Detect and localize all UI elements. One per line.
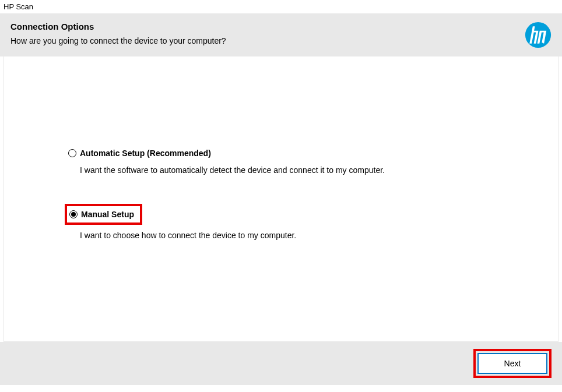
svg-point-0 bbox=[525, 22, 551, 48]
page-title: Connection Options bbox=[10, 22, 226, 31]
next-button[interactable]: Next bbox=[477, 353, 547, 374]
option-manual-label: Manual Setup bbox=[81, 210, 134, 219]
next-button-highlight: Next bbox=[473, 349, 552, 378]
option-manual-description: I want to choose how to connect the devi… bbox=[80, 231, 558, 240]
footer-bar: Next bbox=[0, 342, 562, 385]
option-automatic: Automatic Setup (Recommended) I want the… bbox=[65, 147, 558, 175]
header-bar: Connection Options How are you going to … bbox=[0, 13, 562, 56]
option-automatic-description: I want the software to automatically det… bbox=[80, 165, 558, 175]
radio-icon bbox=[69, 210, 78, 218]
window-title: HP Scan bbox=[0, 0, 562, 13]
option-automatic-label: Automatic Setup (Recommended) bbox=[80, 149, 211, 158]
radio-selected-icon bbox=[71, 212, 76, 217]
header-text: Connection Options How are you going to … bbox=[10, 22, 226, 45]
radio-automatic[interactable]: Automatic Setup (Recommended) bbox=[65, 147, 215, 160]
hp-logo-icon bbox=[525, 22, 552, 48]
options-container: Automatic Setup (Recommended) I want the… bbox=[4, 56, 558, 240]
page-subtitle: How are you going to connect the device … bbox=[10, 36, 226, 45]
radio-icon bbox=[68, 149, 76, 157]
option-manual: Manual Setup I want to choose how to con… bbox=[65, 204, 558, 240]
radio-manual[interactable]: Manual Setup bbox=[65, 204, 142, 225]
content-area: Automatic Setup (Recommended) I want the… bbox=[3, 56, 559, 342]
